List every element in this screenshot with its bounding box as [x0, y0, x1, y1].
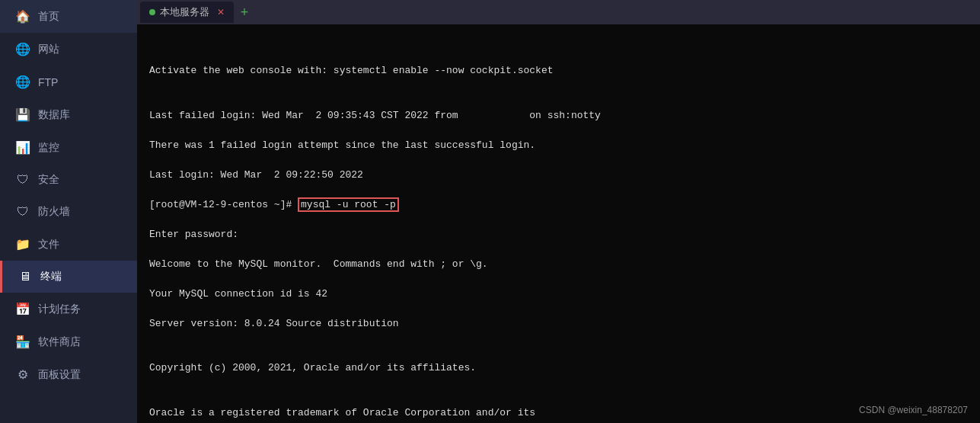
sidebar-label-website: 网站	[38, 43, 59, 56]
sidebar-item-ftp[interactable]: 🌐FTP	[0, 66, 137, 98]
terminal-line: Oracle is a registered trademark of Orac…	[149, 405, 968, 421]
database-icon: 💾	[15, 107, 30, 122]
sidebar-item-settings[interactable]: ⚙面板设置	[0, 358, 137, 391]
tab-close-button[interactable]: ✕	[217, 7, 225, 18]
sidebar-label-file: 文件	[38, 238, 59, 252]
sidebar-label-monitor: 监控	[38, 141, 59, 155]
tab-label: 本地服务器	[160, 5, 209, 19]
settings-icon: ⚙	[15, 367, 30, 382]
terminal-line: There was 1 failed login attempt since t…	[149, 138, 968, 153]
sidebar-label-settings: 面板设置	[38, 368, 81, 382]
sidebar-item-file[interactable]: 📁文件	[0, 228, 137, 261]
tab-status-dot	[149, 9, 155, 15]
sidebar: 🏠首页🌐网站🌐FTP💾数据库📊监控🛡安全🛡防火墙📁文件🖥终端📅计划任务🏪软件商店…	[0, 0, 137, 423]
file-icon: 📁	[15, 237, 30, 252]
terminal-line: Welcome to the MySQL monitor. Commands e…	[149, 257, 968, 272]
sidebar-label-database: 数据库	[38, 108, 70, 122]
sidebar-label-terminal: 终端	[40, 270, 62, 284]
store-icon: 🏪	[15, 335, 30, 349]
terminal-line: Last failed login: Wed Mar 2 09:35:43 CS…	[149, 108, 968, 123]
tab-local-server[interactable]: 本地服务器✕	[140, 2, 234, 23]
sidebar-label-ftp: FTP	[38, 76, 58, 88]
highlighted-command: mysql -u root -p	[298, 197, 399, 212]
terminal-line: Copyright (c) 2000, 2021, Oracle and/or …	[149, 361, 968, 376]
sidebar-item-store[interactable]: 🏪软件商店	[0, 325, 137, 358]
sidebar-label-home: 首页	[38, 10, 59, 24]
sidebar-item-monitor[interactable]: 📊监控	[0, 131, 137, 164]
firewall-icon: 🛡	[15, 205, 30, 219]
sidebar-item-security[interactable]: 🛡安全	[0, 164, 137, 196]
security-icon: 🛡	[15, 173, 30, 187]
sidebar-label-store: 软件商店	[38, 335, 81, 349]
terminal-line: Activate the web console with: systemctl…	[149, 63, 968, 79]
add-tab-button[interactable]: +	[235, 3, 254, 21]
sidebar-item-database[interactable]: 💾数据库	[0, 98, 137, 131]
sidebar-label-security: 安全	[38, 173, 59, 187]
home-icon: 🏠	[15, 9, 30, 24]
terminal-area[interactable]: Activate the web console with: systemctl…	[137, 24, 980, 423]
terminal-line: Server version: 8.0.24 Source distributi…	[149, 316, 968, 332]
terminal-line: Your MySQL connection id is 42	[149, 287, 968, 302]
monitor-icon: 📊	[15, 140, 30, 155]
ftp-icon: 🌐	[15, 75, 30, 89]
main-content: 本地服务器✕+ Activate the web console with: s…	[137, 0, 980, 423]
terminal-prompt-line: [root@VM-12-9-centos ~]# mysql -u root -…	[149, 197, 968, 213]
tab-bar: 本地服务器✕+	[137, 0, 980, 24]
sidebar-item-cron[interactable]: 📅计划任务	[0, 293, 137, 325]
terminal-line: Last login: Wed Mar 2 09:22:50 2022	[149, 168, 968, 183]
terminal-icon: 🖥	[18, 270, 33, 284]
website-icon: 🌐	[15, 42, 30, 56]
sidebar-item-firewall[interactable]: 🛡防火墙	[0, 196, 137, 228]
sidebar-label-cron: 计划任务	[38, 303, 81, 316]
sidebar-item-home[interactable]: 🏠首页	[0, 0, 137, 33]
terminal-line: Enter password:	[149, 227, 968, 242]
sidebar-item-terminal[interactable]: 🖥终端	[0, 261, 137, 293]
cron-icon: 📅	[15, 302, 30, 316]
sidebar-label-firewall: 防火墙	[38, 205, 70, 219]
sidebar-item-website[interactable]: 🌐网站	[0, 33, 137, 66]
